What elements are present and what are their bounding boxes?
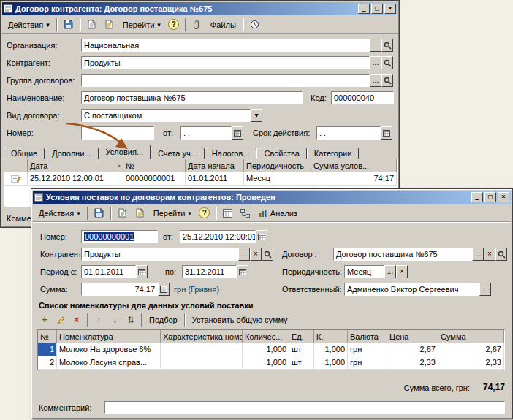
pick-button[interactable]: Подбор bbox=[145, 313, 181, 327]
currency-link[interactable]: грн (Гривня) bbox=[174, 285, 219, 294]
help-button[interactable]: ? bbox=[166, 18, 182, 32]
cell-characteristic[interactable] bbox=[161, 356, 243, 370]
contract-open-button[interactable] bbox=[495, 248, 507, 261]
date-from-field[interactable]: . . bbox=[180, 126, 232, 140]
set-total-button[interactable]: Установить общую сумму bbox=[189, 313, 292, 327]
organization-open-button[interactable] bbox=[381, 39, 393, 52]
contract-titlebar[interactable]: Договор контрагента: Договор поставщика … bbox=[2, 2, 398, 15]
tab-svoystva[interactable]: Свойства bbox=[256, 148, 306, 159]
contractor-field[interactable]: Продукты bbox=[81, 248, 238, 261]
contract-group-field[interactable] bbox=[81, 74, 370, 87]
post-document-button[interactable] bbox=[84, 18, 100, 32]
comment-field[interactable] bbox=[104, 401, 505, 414]
minimize-button[interactable]: _ bbox=[358, 4, 370, 14]
maximize-button[interactable]: □ bbox=[371, 4, 383, 14]
date-from-calendar-button[interactable] bbox=[232, 126, 243, 140]
contractor-open-button[interactable] bbox=[381, 56, 393, 69]
post-document-button[interactable] bbox=[115, 206, 131, 221]
close-button[interactable]: × bbox=[384, 4, 396, 14]
go-menu-button[interactable]: Перейти ▾ bbox=[150, 207, 195, 220]
cell-currency[interactable]: грн bbox=[348, 343, 387, 356]
save-button[interactable] bbox=[61, 18, 77, 32]
attachment-button[interactable] bbox=[189, 18, 205, 32]
actions-menu-button[interactable]: Действия ▾ bbox=[35, 207, 84, 220]
contract-group-open-button[interactable] bbox=[381, 74, 393, 87]
validity-calendar-button[interactable] bbox=[381, 126, 392, 140]
add-row-button[interactable]: + bbox=[37, 313, 52, 327]
cell-characteristic[interactable] bbox=[161, 343, 243, 356]
cell-sum[interactable]: 2,67 bbox=[438, 343, 504, 356]
date-from-calendar-button[interactable] bbox=[256, 230, 267, 243]
edit-row-button[interactable] bbox=[53, 313, 68, 327]
move-up-button[interactable]: ↑ bbox=[91, 313, 106, 327]
cell-sum[interactable]: 74,17 bbox=[311, 172, 397, 186]
cell-coefficient[interactable]: 1,000 bbox=[314, 356, 348, 370]
contract-kind-dropdown-button[interactable]: ▾ bbox=[251, 109, 262, 122]
cell-price[interactable]: 2,33 bbox=[387, 356, 438, 370]
cell-unit[interactable]: шт bbox=[289, 356, 314, 370]
row-marker-cell[interactable] bbox=[4, 172, 28, 186]
sort-button[interactable]: ⇅ bbox=[123, 313, 138, 327]
copy-document-button[interactable] bbox=[102, 18, 118, 32]
periodicity-field[interactable]: Месяц bbox=[344, 265, 384, 278]
structure-button[interactable] bbox=[238, 206, 254, 221]
period-from-field[interactable]: 01.01.2011 bbox=[81, 265, 136, 278]
organization-choose-button[interactable]: ... bbox=[370, 39, 381, 52]
organization-field[interactable]: Национальная bbox=[81, 39, 370, 52]
responsible-choose-button[interactable]: ... bbox=[479, 283, 491, 296]
move-down-button[interactable]: ↓ bbox=[107, 313, 122, 327]
cell-unit[interactable]: шт bbox=[289, 343, 314, 356]
help-button[interactable]: ? bbox=[197, 206, 213, 221]
contract-field[interactable]: Договор поставщика №675 bbox=[333, 248, 472, 261]
date-from-field[interactable]: 25.12.2010 12:00:01 bbox=[180, 230, 256, 243]
go-menu-button[interactable]: Перейти ▾ bbox=[119, 18, 164, 31]
minimize-button[interactable]: _ bbox=[471, 192, 483, 202]
cell-quantity[interactable]: 1,000 bbox=[243, 356, 289, 370]
contract-choose-button[interactable]: ... bbox=[472, 248, 484, 261]
code-field[interactable]: 000000040 bbox=[331, 91, 394, 104]
periodicity-choose-button[interactable]: ... bbox=[384, 265, 396, 278]
close-button[interactable]: × bbox=[498, 192, 509, 202]
cell-number[interactable]: 00000000001 bbox=[123, 172, 186, 186]
number-field[interactable]: 00000000001 bbox=[81, 230, 158, 243]
actions-menu-button[interactable]: Действия ▾ bbox=[4, 18, 53, 31]
period-to-field[interactable]: 31.12.2011 bbox=[182, 265, 237, 278]
contractor-choose-button[interactable]: ... bbox=[238, 248, 250, 261]
cell-row-number[interactable]: 2 bbox=[38, 356, 57, 370]
validity-field[interactable]: . . bbox=[316, 126, 381, 140]
sum-field[interactable]: 74,17 bbox=[81, 283, 158, 296]
tab-scheta-ucheta[interactable]: Счета уч... bbox=[151, 148, 205, 159]
periodicity-clear-button[interactable]: × bbox=[396, 265, 408, 278]
history-button[interactable] bbox=[247, 18, 263, 32]
cell-nomenclature[interactable]: Молоко Ласуня справ... bbox=[57, 356, 161, 370]
cell-coefficient[interactable]: 1,000 bbox=[314, 343, 348, 356]
contract-group-choose-button[interactable]: ... bbox=[370, 74, 381, 87]
delete-row-button[interactable]: × bbox=[69, 313, 84, 327]
contractor-open-button[interactable] bbox=[262, 248, 273, 261]
supply-titlebar[interactable]: Условия поставок по договорам контрагент… bbox=[33, 191, 511, 204]
sum-calculator-button[interactable] bbox=[158, 283, 170, 296]
period-to-calendar-button[interactable] bbox=[237, 265, 248, 278]
responsible-field[interactable]: Админенко Виктор Сергеевич bbox=[344, 283, 479, 296]
save-button[interactable] bbox=[91, 206, 107, 221]
contractor-field[interactable]: Продукты bbox=[81, 56, 370, 69]
cell-date[interactable]: 25.12.2010 12:00:01 bbox=[28, 172, 123, 186]
cell-price[interactable]: 2,67 bbox=[387, 343, 438, 356]
cell-currency[interactable]: грн bbox=[348, 356, 387, 370]
cell-periodicity[interactable]: Месяц bbox=[244, 172, 311, 186]
contractor-clear-button[interactable]: × bbox=[250, 248, 262, 261]
contractor-choose-button[interactable]: ... bbox=[370, 56, 381, 69]
name-field[interactable]: Договор поставщика №675 bbox=[81, 91, 303, 104]
tab-kategorii[interactable]: Категории bbox=[307, 148, 360, 159]
cell-nomenclature[interactable]: Молоко На здоровье 6% bbox=[57, 343, 161, 356]
cell-start-date[interactable]: 01.01.2011 bbox=[186, 172, 244, 186]
cell-quantity[interactable]: 1,000 bbox=[243, 343, 289, 356]
maximize-button[interactable]: □ bbox=[484, 192, 496, 202]
cell-row-number[interactable]: 1 bbox=[38, 343, 57, 356]
tab-nalogi[interactable]: Налогов... bbox=[205, 148, 257, 159]
reread-document-button[interactable] bbox=[132, 206, 148, 221]
cell-sum[interactable]: 2,33 bbox=[438, 356, 504, 370]
period-from-calendar-button[interactable] bbox=[136, 265, 148, 278]
contract-clear-button[interactable]: × bbox=[484, 248, 495, 261]
report-button[interactable] bbox=[220, 206, 236, 221]
